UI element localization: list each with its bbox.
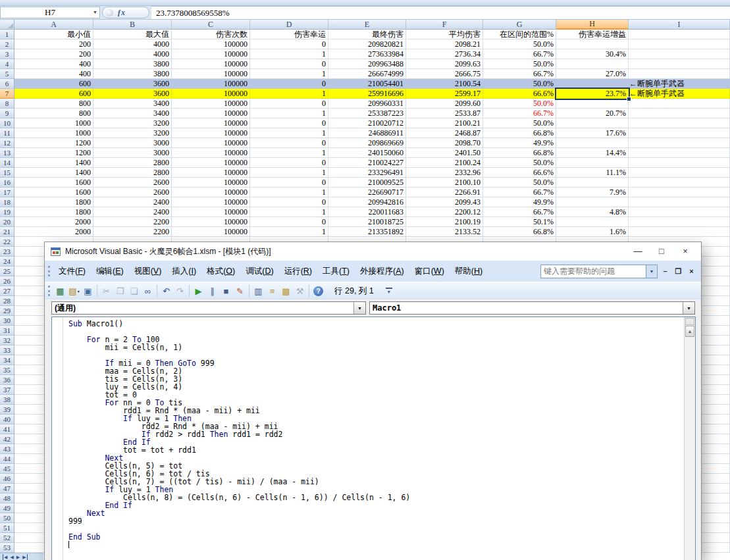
column-header-H[interactable]: H	[556, 20, 629, 30]
cell[interactable]	[556, 217, 629, 227]
row-header-41[interactable]: 41	[0, 424, 14, 434]
row-header-24[interactable]: 24	[0, 257, 14, 267]
cell[interactable]	[629, 30, 730, 39]
row-header-19[interactable]: 19	[0, 207, 14, 217]
cell[interactable]: 3400	[93, 99, 172, 109]
column-header-C[interactable]: C	[172, 20, 250, 30]
menu-t[interactable]: 工具(T)	[317, 264, 355, 279]
column-header-A[interactable]: A	[14, 20, 93, 30]
cell[interactable]: 1	[250, 168, 328, 178]
cell[interactable]: 66.8%	[483, 227, 556, 237]
mdi-minimize-button[interactable]: –	[660, 267, 671, 275]
row-header-15[interactable]: 15	[0, 168, 14, 178]
cell[interactable]: 50.0%	[483, 79, 556, 89]
row-header-8[interactable]: 8	[0, 99, 14, 109]
cell[interactable]: 2468.87	[406, 128, 483, 138]
cell[interactable]	[629, 138, 730, 148]
cell[interactable]: 100000	[172, 59, 250, 69]
insert-userform-icon-dropdown[interactable]: ▾	[78, 289, 80, 293]
cell[interactable]: 30.4%	[556, 49, 629, 59]
row-header-32[interactable]: 32	[0, 336, 14, 345]
cell[interactable]: 2200.12	[406, 207, 483, 217]
row-header-39[interactable]: 39	[0, 405, 14, 415]
row-header-30[interactable]: 30	[0, 316, 14, 326]
cell[interactable]: 100000	[172, 69, 250, 79]
cell[interactable]: 1	[250, 109, 328, 118]
cell[interactable]: 200	[14, 49, 93, 59]
cell[interactable]: 66.7%	[483, 49, 556, 59]
cell[interactable]: 7.9%	[556, 188, 629, 197]
cell[interactable]: 1200	[14, 138, 93, 148]
cell[interactable]: 3800	[93, 69, 172, 79]
column-header-I[interactable]: I	[629, 20, 730, 30]
find-icon[interactable]: ∞	[141, 284, 155, 298]
cell[interactable]	[629, 118, 730, 128]
cell[interactable]: 2600	[93, 178, 172, 188]
cell[interactable]: 2100.19	[406, 217, 483, 227]
cell[interactable]: 2599.17	[406, 89, 483, 99]
cell[interactable]: 100000	[172, 89, 250, 99]
cell[interactable]: 2800	[93, 158, 172, 168]
row-header-6[interactable]: 6	[0, 79, 14, 89]
menu-d[interactable]: 调试(D)	[240, 264, 278, 279]
row-header-5[interactable]: 5	[0, 69, 14, 79]
row-header-2[interactable]: 2	[0, 39, 14, 49]
cell[interactable]: 0	[250, 118, 328, 128]
row-header-48[interactable]: 48	[0, 494, 14, 503]
cell[interactable]: 209942816	[328, 197, 406, 207]
cell[interactable]: 1	[250, 128, 328, 138]
cell[interactable]: 100000	[172, 197, 250, 207]
paste-icon[interactable]: ❏	[127, 284, 141, 298]
row-header-43[interactable]: 43	[0, 444, 14, 454]
cell[interactable]: 209963488	[328, 59, 406, 69]
cell[interactable]: 2533.87	[406, 109, 483, 118]
cell[interactable]: 1600	[14, 188, 93, 197]
cell[interactable]: 100000	[172, 158, 250, 168]
cell[interactable]: 600	[14, 79, 93, 89]
object-combo[interactable]: (通用) ▼	[51, 301, 366, 315]
toolbar-options-chevron-icon[interactable]: ▾	[386, 288, 392, 294]
cell[interactable]: 最大值	[93, 30, 172, 39]
cell[interactable]: 400	[14, 59, 93, 69]
cell[interactable]	[629, 39, 730, 49]
row-header-10[interactable]: 10	[0, 118, 14, 128]
row-header-45[interactable]: 45	[0, 464, 14, 474]
cell[interactable]: 20.7%	[556, 109, 629, 118]
cell[interactable]: 800	[14, 99, 93, 109]
cell[interactable]: 2266.91	[406, 188, 483, 197]
row-header-31[interactable]: 31	[0, 326, 14, 336]
row-header-13[interactable]: 13	[0, 148, 14, 158]
row-header-20[interactable]: 20	[0, 217, 14, 227]
help-icon[interactable]: ?	[311, 284, 325, 298]
cut-icon[interactable]: ✂	[99, 284, 113, 298]
cell[interactable]: 1.6%	[556, 227, 629, 237]
row-header-14[interactable]: 14	[0, 158, 14, 168]
cell[interactable]: 1400	[14, 168, 93, 178]
cell[interactable]: 253387223	[328, 109, 406, 118]
row-header-7[interactable]: 7	[0, 89, 14, 99]
cell[interactable]: 0	[250, 79, 328, 89]
cell[interactable]: 最小值	[14, 30, 93, 39]
cell[interactable]: 0	[250, 59, 328, 69]
cell[interactable]: 100000	[172, 138, 250, 148]
row-header-37[interactable]: 37	[0, 385, 14, 395]
sheet-nav-last-button[interactable]: ▶	[22, 554, 27, 560]
cell[interactable]: 100000	[172, 188, 250, 197]
cell[interactable]	[629, 197, 730, 207]
break-icon[interactable]: ∥	[205, 284, 219, 298]
cell[interactable]: 50.0%	[483, 99, 556, 109]
cell[interactable]: 1	[250, 227, 328, 237]
cell[interactable]: 210024227	[328, 158, 406, 168]
row-header-34[interactable]: 34	[0, 355, 14, 365]
row-header-53[interactable]: 53	[0, 543, 14, 553]
cell[interactable]: 100000	[172, 99, 250, 109]
cell[interactable]: 2098.70	[406, 138, 483, 148]
cell[interactable]: 100000	[172, 217, 250, 227]
cell[interactable]: 49.9%	[483, 197, 556, 207]
cell[interactable]: 1	[250, 188, 328, 197]
cell[interactable]: 0	[250, 217, 328, 227]
cell[interactable]: 11.1%	[556, 168, 629, 178]
cell[interactable]: 259916696	[328, 89, 406, 99]
cell[interactable]: 66.7%	[483, 207, 556, 217]
row-header-40[interactable]: 40	[0, 415, 14, 424]
